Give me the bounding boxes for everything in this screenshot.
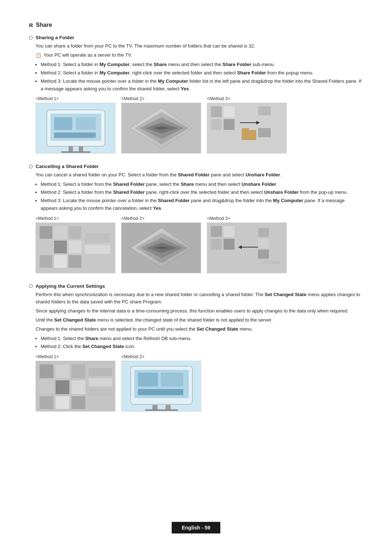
svg-rect-66	[56, 396, 69, 409]
sharing-method2-label: <Method 2>	[121, 96, 144, 101]
svg-rect-69	[89, 378, 112, 386]
cancelling-method1-label: <Method 1>	[36, 216, 59, 221]
svg-rect-37	[69, 255, 81, 268]
section-title-sharing: Sharing a Folder	[36, 35, 74, 40]
svg-rect-27	[242, 128, 249, 131]
svg-rect-70	[89, 388, 112, 396]
section-header-applying: Applying the Current Settings	[29, 283, 363, 289]
svg-rect-75	[166, 405, 171, 410]
svg-rect-52	[258, 228, 269, 237]
section-header-cancelling: Cancelling a Shared Folder	[29, 164, 363, 169]
svg-rect-79	[138, 389, 183, 395]
section-title-applying: Applying the Current Settings	[36, 283, 105, 289]
cancelling-bullet-1: Method 1: Select a folder from the Share…	[41, 181, 363, 188]
applying-method1-box: <Method 1>	[36, 354, 115, 412]
applying-para2: Since applying changes to the internal d…	[36, 307, 363, 315]
svg-rect-38	[85, 233, 110, 242]
sharing-note-text: Your PC will operate as a server to the …	[44, 52, 132, 59]
svg-rect-61	[72, 364, 85, 378]
applying-para1: Perform this when synchronization is nec…	[36, 291, 363, 306]
footer-bar: English - 59	[0, 515, 392, 540]
applying-method2-box: <Method 2>	[121, 354, 201, 412]
cancelling-method2-box: <Method 2>	[121, 216, 201, 273]
svg-rect-18	[224, 106, 234, 117]
svg-rect-4	[79, 146, 83, 152]
svg-rect-60	[56, 364, 69, 378]
svg-rect-6	[54, 117, 72, 130]
svg-rect-29	[40, 226, 52, 239]
svg-rect-51	[224, 239, 234, 250]
footer-badge: English - 59	[172, 522, 221, 533]
applying-methods-row: <Method 1>	[36, 354, 363, 412]
svg-rect-19	[211, 119, 222, 130]
section-applying: Applying the Current Settings Perform th…	[29, 283, 363, 412]
svg-rect-74	[152, 405, 158, 410]
svg-rect-65	[40, 396, 53, 409]
svg-rect-64	[72, 380, 85, 394]
svg-rect-62	[40, 380, 53, 394]
svg-rect-30	[54, 226, 67, 239]
svg-rect-32	[40, 241, 52, 253]
svg-rect-49	[224, 226, 234, 237]
svg-rect-22	[258, 117, 271, 126]
cancelling-methods-row: <Method 1>	[36, 216, 363, 273]
applying-method1-label: <Method 1>	[36, 354, 59, 359]
sharing-bullet-3: Method 3: Locate the mouse pointer over …	[41, 78, 363, 93]
sharing-method1-box: <Method 1>	[36, 96, 115, 154]
cancelling-method3-box: <Method 3>	[207, 216, 287, 273]
section-sharing: Sharing a Folder You can share a folder …	[29, 35, 363, 154]
svg-rect-23	[258, 128, 271, 137]
bullet-icon-sharing	[29, 36, 33, 40]
sharing-method3-box: <Method 3>	[207, 96, 287, 154]
svg-rect-7	[76, 117, 96, 130]
sharing-body: You can share a folder from your PC to t…	[36, 42, 363, 50]
svg-rect-8	[54, 132, 96, 138]
page-title: R Share	[29, 22, 363, 28]
svg-rect-17	[211, 106, 222, 117]
cancelling-bullet-3: Method 3: Locate the mouse pointer over …	[41, 197, 363, 212]
svg-rect-34	[69, 241, 81, 253]
sharing-bullets: Method 1: Select a folder in My Computer…	[41, 61, 363, 93]
sharing-method1-image	[36, 103, 115, 154]
title-text: Share	[36, 22, 52, 28]
sharing-method2-image	[121, 103, 201, 154]
cancelling-method3-image	[207, 222, 287, 273]
section-cancelling: Cancelling a Shared Folder You can cance…	[29, 164, 363, 273]
svg-rect-57	[264, 261, 280, 264]
svg-rect-21	[258, 106, 271, 115]
applying-method2-image	[121, 361, 201, 412]
svg-rect-67	[72, 396, 85, 409]
svg-rect-68	[89, 368, 112, 376]
svg-rect-53	[258, 239, 269, 248]
applying-method2-label: <Method 2>	[121, 354, 144, 359]
svg-rect-26	[242, 130, 256, 140]
cancelling-method3-label: <Method 3>	[207, 216, 230, 221]
svg-rect-35	[40, 255, 52, 268]
svg-rect-63	[56, 380, 69, 394]
applying-method1-image	[36, 361, 115, 412]
applying-para4: Changes to the shared folders are not ap…	[36, 326, 363, 333]
cancelling-bullets: Method 1: Select a folder from the Share…	[41, 181, 363, 212]
svg-rect-20	[224, 119, 234, 130]
sharing-bullet-1: Method 1: Select a folder in My Computer…	[41, 61, 363, 69]
section-header-sharing: Sharing a Folder	[29, 35, 363, 40]
r-mark: R	[29, 22, 33, 28]
svg-rect-33	[54, 241, 67, 253]
svg-rect-31	[69, 226, 81, 239]
svg-rect-59	[40, 364, 53, 378]
svg-rect-39	[85, 245, 110, 254]
sharing-bullet-2: Method 2: Select a folder in My Computer…	[41, 69, 363, 77]
svg-rect-48	[211, 226, 222, 237]
cancelling-method2-label: <Method 2>	[121, 216, 144, 221]
svg-rect-76	[145, 409, 178, 411]
svg-rect-50	[211, 239, 222, 250]
sharing-note: 📋 Your PC will operate as a server to th…	[36, 52, 363, 59]
sharing-methods-row: <Method 1> <Method 2	[36, 96, 363, 154]
cancelling-method1-image	[36, 222, 115, 273]
bullet-icon-cancelling	[29, 165, 33, 168]
applying-para3: Until the Set Changed State menu is sele…	[36, 316, 363, 324]
sharing-method3-image	[207, 103, 287, 154]
cancelling-method1-box: <Method 1>	[36, 216, 115, 273]
svg-rect-36	[54, 255, 67, 268]
svg-rect-77	[138, 373, 158, 386]
